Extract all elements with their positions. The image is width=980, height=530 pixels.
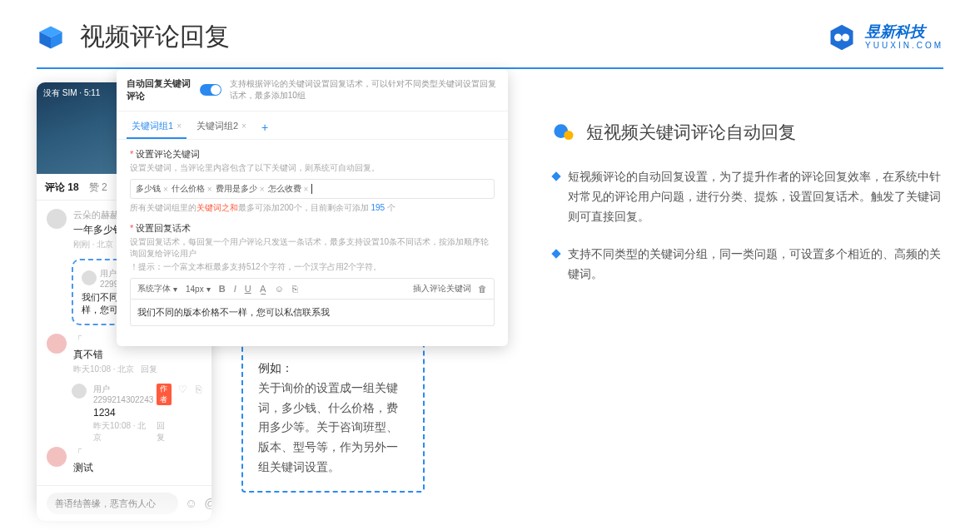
avatar [72,384,87,399]
comment-text: 测试 [73,461,201,475]
rich-editor-content[interactable]: 我们不同的版本价格不一样，您可以私信联系我 [130,300,495,326]
like-icon[interactable]: ♡ [178,384,187,395]
avatar [47,334,67,354]
delete-button[interactable]: 🗑 [478,284,487,294]
comment-input[interactable] [47,493,178,514]
author-tag: 作者 [157,384,172,405]
rich-editor-toolbar: 系统字体 ▾ 14px ▾ B I U A̲ ☺ ⎘ 插入评论关键词 🗑 [130,278,495,300]
color-button[interactable]: A̲ [260,284,266,295]
bullet-item: 支持不同类型的关键词分组，同一类问题，可设置多个相近的、高频的关键词。 [553,245,943,285]
svg-point-9 [564,131,573,140]
emoji-icon[interactable]: ☺ [185,496,197,510]
link-button[interactable]: ⎘ [292,284,298,294]
font-select[interactable]: 系统字体 ▾ [137,283,177,295]
example-title: 例如： [258,359,408,379]
tab-likes[interactable]: 赞 2 [89,181,107,195]
comment-row: 「 测试 [47,447,201,477]
cube-icon [37,23,65,52]
feature-title-row: 短视频关键词评论自动回复 [553,121,943,144]
feature-bullets: 短视频评论的自动回复设置，为了提升作者的评论回复效率，在系统中针对常见的评论用户… [553,167,943,285]
reply-text: 1234 [93,407,172,419]
comment-meta-time: 昨天10:08 · 北京 [93,420,150,443]
example-body: 关于询价的设置成一组关键词，多少钱、什么价格，费用多少等。关于咨询班型、版本、型… [258,379,408,478]
settings-header-desc: 支持根据评论的关键词设置回复话术，可以针对不同类型关键词设置回复话术，最多添加1… [230,78,498,102]
svg-point-4 [834,33,842,41]
reply-field-label: 设置回复话术 [130,222,495,235]
reply-username: 用户2299214302243 [93,384,153,404]
auto-reply-toggle[interactable] [200,84,221,96]
brand: 昱新科技 YUUXIN.COM [827,22,943,52]
comment-text: 真不错 [73,348,172,362]
avatar [47,209,67,229]
chat-bubble-icon [553,121,576,144]
keyword-chip-input[interactable]: 多少钱× 什么价格× 费用是多少× 怎么收费× [130,179,495,199]
insert-keyword-button[interactable]: 插入评论关键词 [413,283,471,295]
reply-field-hint: ！提示：一个富文本框最多支持512个字符，一个汉字占用2个字符。 [130,261,495,273]
keyword-field-label: 设置评论关键词 [130,148,495,161]
page-title: 视频评论回复 [80,20,230,54]
settings-header-label: 自动回复关键词评论 [127,77,192,102]
close-icon[interactable]: × [241,121,246,131]
keyword-group-tab-2[interactable]: 关键词组2× [192,115,251,139]
nested-reply: 用户2299214302243 作者 1234 昨天10:08 · 北京 回复 … [72,384,201,443]
comment-username: 「 [73,447,201,459]
dislike-icon[interactable]: ⎘ [196,384,201,395]
reply-field-sub: 设置回复话术，每回复一个用户评论只发送一条话术，最多支持设置10条不同话术，按添… [130,236,495,260]
italic-button[interactable]: I [234,284,236,294]
avatar [82,270,97,285]
avatar [47,447,67,467]
keyword-field-sub: 设置关键词，当评论里内容包含了以下关键词，则系统可自动回复。 [130,162,495,174]
underline-button[interactable]: U [245,284,251,294]
tab-comments[interactable]: 评论 18 [45,181,79,195]
keyword-hint: 所有关键词组里的关键词之和最多可添加200个，目前剩余可添加 195 个 [130,202,495,214]
brand-name-en: YUUXIN.COM [865,41,943,50]
brand-name-cn: 昱新科技 [865,24,943,41]
comment-reply-link[interactable]: 回复 [141,364,157,375]
keyword-group-tab-1[interactable]: 关键词组1× [127,115,187,139]
feature-title: 短视频关键词评论自动回复 [586,121,796,144]
example-box: 例如： 关于询价的设置成一组关键词，多少钱、什么价格，费用多少等。关于咨询班型、… [241,344,425,493]
comment-meta-time: 昨天10:08 · 北京 [73,364,134,375]
comment-meta-time: 刚刚 · 北京 [73,239,113,250]
bold-button[interactable]: B [219,284,226,294]
emoji-button[interactable]: ☺ [275,284,284,294]
mention-icon[interactable]: @ [204,496,211,510]
settings-panel: 自动回复关键词评论 支持根据评论的关键词设置回复话术，可以针对不同类型关键词设置… [117,69,508,346]
brand-logo-icon [827,22,857,52]
close-icon[interactable]: × [177,121,182,131]
size-select[interactable]: 14px ▾ [186,285,211,294]
svg-point-5 [842,33,849,41]
phone-comment-input-bar: ☺ @ ▣ [37,485,211,521]
phone-status-left: 没有 SIM · 5:11 [43,87,100,99]
comment-reply-link[interactable]: 回复 [157,420,172,443]
bullet-item: 短视频评论的自动回复设置，为了提升作者的评论回复效率，在系统中针对常见的评论用户… [553,167,943,226]
header: 视频评论回复 昱新科技 YUUXIN.COM [0,0,980,62]
add-keyword-group-button[interactable]: + [256,121,273,134]
